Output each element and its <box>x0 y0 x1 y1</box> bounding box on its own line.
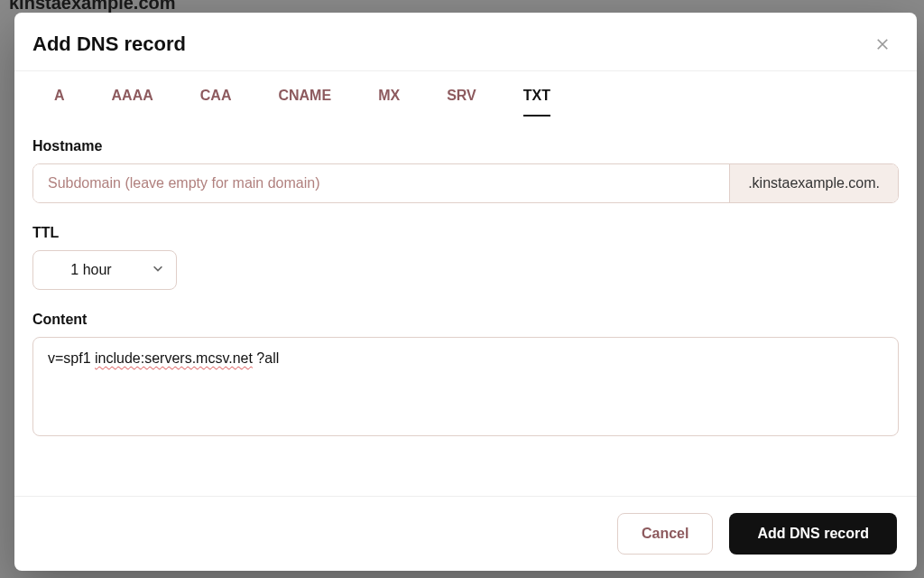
tab-srv[interactable]: SRV <box>447 88 476 117</box>
add-dns-record-modal: Add DNS record A AAAA CAA CNAME MX SRV T… <box>14 13 917 571</box>
content-textarea[interactable]: v=spf1 include:servers.mcsv.net ?all <box>32 337 899 436</box>
modal-title: Add DNS record <box>32 33 186 56</box>
hostname-label: Hostname <box>32 138 899 154</box>
content-field: Content v=spf1 include:servers.mcsv.net … <box>32 312 899 436</box>
ttl-label: TTL <box>32 225 899 241</box>
tab-a[interactable]: A <box>54 88 65 117</box>
hostname-input[interactable] <box>33 164 729 202</box>
modal-footer: Cancel Add DNS record <box>14 496 917 571</box>
close-icon[interactable] <box>875 37 890 51</box>
tab-txt[interactable]: TXT <box>523 88 550 117</box>
content-label: Content <box>32 312 899 328</box>
tab-cname[interactable]: CNAME <box>278 88 331 117</box>
spellcheck-mark: include:servers.mcsv.net <box>95 350 253 366</box>
add-dns-record-button[interactable]: Add DNS record <box>729 513 897 555</box>
backdrop-domain: kinstaexample.com <box>9 0 176 14</box>
dns-type-tabs: A AAAA CAA CNAME MX SRV TXT <box>14 71 917 117</box>
ttl-field: TTL 1 hour <box>32 225 899 290</box>
cancel-button[interactable]: Cancel <box>617 513 713 555</box>
ttl-select[interactable]: 1 hour <box>32 250 177 290</box>
tab-mx[interactable]: MX <box>378 88 400 117</box>
tab-caa[interactable]: CAA <box>200 88 232 117</box>
hostname-field: Hostname .kinstaexample.com. <box>32 138 899 203</box>
hostname-suffix: .kinstaexample.com. <box>729 164 898 202</box>
tab-aaaa[interactable]: AAAA <box>112 88 153 117</box>
hostname-input-group: .kinstaexample.com. <box>32 163 899 203</box>
modal-body: Hostname .kinstaexample.com. TTL 1 hour … <box>14 117 917 496</box>
modal-header: Add DNS record <box>14 13 917 71</box>
